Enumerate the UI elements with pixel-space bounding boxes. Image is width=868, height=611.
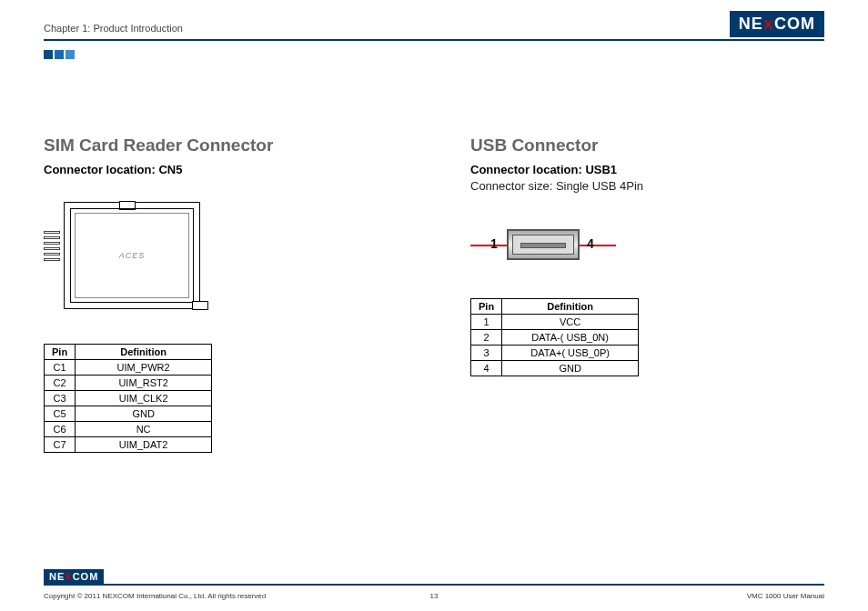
cell-def: UIM_DAT2 — [76, 437, 212, 453]
sim-table-body: C1 UIM_PWR2 C2 UIM_RST2 C3 UIM_CLK2 C5 G… — [45, 360, 212, 453]
sim-brand-label: ACES — [75, 213, 189, 298]
cell-pin: 4 — [471, 361, 502, 376]
square-icon — [44, 50, 53, 59]
cell-def: DATA+( USB_0P) — [502, 346, 639, 361]
table-header-pin: Pin — [45, 345, 76, 360]
cell-pin: 3 — [471, 346, 502, 361]
logo-x-icon: X — [764, 17, 773, 32]
table-row: C7 UIM_DAT2 — [45, 437, 212, 453]
decorative-squares — [44, 46, 868, 63]
usb-subtext: Connector size: Single USB 4Pin — [470, 179, 824, 193]
table-row: C1 UIM_PWR2 — [45, 360, 212, 376]
cell-def: UIM_PWR2 — [76, 360, 212, 376]
table-row: C6 NC — [45, 422, 212, 437]
left-column: SIM Card Reader Connector Connector loca… — [44, 135, 398, 453]
cell-pin: C5 — [45, 406, 76, 422]
cell-def: GND — [502, 361, 639, 376]
main-content: SIM Card Reader Connector Connector loca… — [0, 63, 868, 453]
footer-logo: NEXCOM — [44, 569, 104, 584]
table-header-pin: Pin — [471, 299, 502, 315]
header-rule — [44, 39, 824, 41]
sim-connector-diagram: ACES — [44, 195, 217, 322]
sim-subtitle: Connector location: CN5 — [44, 163, 398, 176]
usb-pin-1-label: 1 — [490, 236, 498, 251]
footer-rule — [44, 584, 824, 586]
table-row: C2 UIM_RST2 — [45, 376, 212, 391]
cell-pin: C6 — [45, 422, 76, 437]
right-column: USB Connector Connector location: USB1 C… — [470, 135, 824, 453]
usb-port-icon — [507, 229, 580, 260]
cell-def: DATA-( USB_0N) — [502, 330, 639, 346]
cell-pin: 2 — [471, 330, 502, 346]
page-footer: Copyright © 2011 NEXCOM International Co… — [44, 592, 824, 600]
sim-title: SIM Card Reader Connector — [44, 135, 398, 155]
cell-def: GND — [76, 406, 212, 422]
cell-pin: C7 — [45, 437, 76, 453]
cell-def: UIM_RST2 — [76, 376, 212, 391]
sim-tab-icon — [192, 301, 208, 310]
table-row: 4 GND — [471, 361, 639, 376]
logo-nexcom: NEXCOM — [730, 11, 824, 37]
usb-title: USB Connector — [470, 135, 824, 155]
table-row: C3 UIM_CLK2 — [45, 391, 212, 406]
table-row: C5 GND — [45, 406, 212, 422]
cell-def: UIM_CLK2 — [76, 391, 212, 406]
sim-pinout-table: Pin Definition C1 UIM_PWR2 C2 UIM_RST2 C… — [44, 344, 212, 453]
page-number: 13 — [430, 592, 439, 600]
cell-pin: C3 — [45, 391, 76, 406]
table-header-def: Definition — [76, 345, 212, 360]
logo-x-icon: X — [65, 571, 72, 582]
square-icon — [66, 50, 75, 59]
square-icon — [55, 50, 64, 59]
table-row: 3 DATA+( USB_0P) — [471, 346, 639, 361]
manual-name: VMC 1000 User Manual — [747, 592, 824, 600]
table-row: 2 DATA-( USB_0N) — [471, 330, 639, 346]
usb-pin-4-label: 4 — [587, 236, 594, 251]
usb-pinout-table: Pin Definition 1 VCC 2 DATA-( USB_0N) 3 … — [470, 298, 639, 376]
copyright-text: Copyright © 2011 NEXCOM International Co… — [44, 592, 266, 600]
page-header: Chapter 1: Product Introduction NEXCOM — [0, 0, 868, 37]
usb-connector-diagram: 1 4 — [470, 218, 616, 273]
usb-subtitle: Connector location: USB1 — [470, 163, 824, 176]
sim-pins-icon — [44, 231, 60, 264]
cell-pin: C1 — [45, 360, 76, 376]
table-row: 1 VCC — [471, 315, 639, 330]
table-header-def: Definition — [502, 299, 639, 315]
cell-def: VCC — [502, 315, 639, 330]
sim-slot-icon: ACES — [64, 202, 200, 309]
cell-def: NC — [76, 422, 212, 437]
cell-pin: C2 — [45, 376, 76, 391]
usb-table-body: 1 VCC 2 DATA-( USB_0N) 3 DATA+( USB_0P) … — [471, 315, 639, 376]
cell-pin: 1 — [471, 315, 502, 330]
chapter-title: Chapter 1: Product Introduction — [44, 23, 183, 37]
